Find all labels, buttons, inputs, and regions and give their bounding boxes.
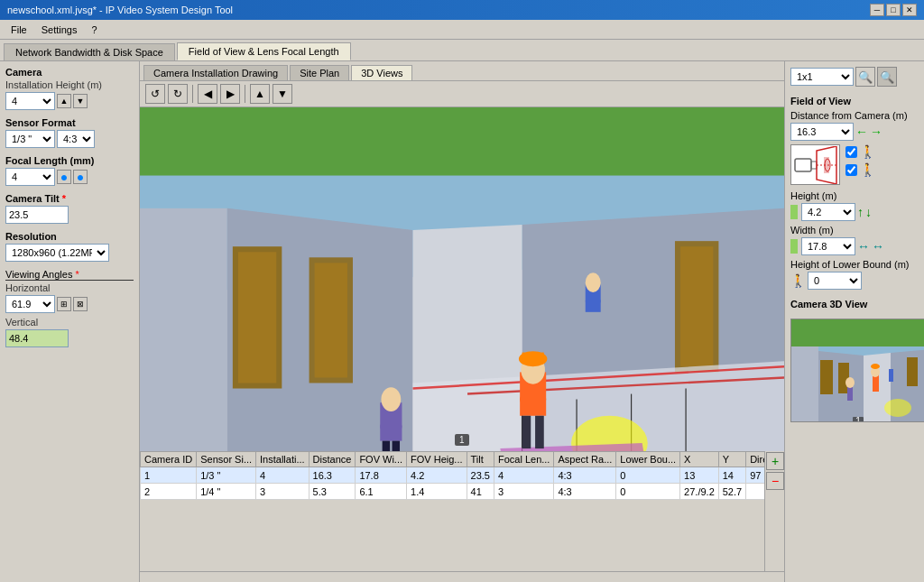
table-row[interactable]: 21/4 "35.36.11.44134:3027./9.252.71280x1… bbox=[141, 484, 785, 500]
refresh2-button[interactable]: ↻ bbox=[168, 84, 188, 104]
cell-r0-c1: 1/3 " bbox=[197, 467, 256, 484]
col-camera-id: Camera ID bbox=[141, 452, 197, 467]
col-lower: Lower Bou... bbox=[616, 452, 680, 467]
horizontal-label: Horizontal bbox=[5, 282, 134, 293]
col-distance: Distance bbox=[309, 452, 356, 467]
close-button[interactable]: ✕ bbox=[902, 4, 917, 16]
add-row-button[interactable]: + bbox=[766, 452, 784, 470]
title-bar-text: newschool.xml.jvsg* - IP Video System De… bbox=[7, 5, 233, 15]
sub-tab-3d-views[interactable]: 3D Views bbox=[351, 65, 412, 80]
zoom-in-button[interactable]: 🔍 bbox=[855, 67, 875, 87]
view-toolbar: ↺ ↻ ◀ ▶ ▲ ▼ bbox=[140, 81, 784, 107]
distance-combo[interactable]: 16.3 bbox=[790, 123, 854, 141]
sensor-format-section: Sensor Format 1/3 " 4:3 bbox=[5, 117, 134, 148]
title-bar: newschool.xml.jvsg* - IP Video System De… bbox=[0, 0, 924, 20]
col-focal: Focal Len... bbox=[494, 452, 553, 467]
svg-rect-48 bbox=[791, 346, 818, 422]
table-action-buttons: + − bbox=[764, 451, 784, 571]
svg-rect-33 bbox=[393, 441, 400, 451]
installation-height-input[interactable]: 4 bbox=[5, 92, 55, 110]
arrow-right-icon: → bbox=[870, 125, 882, 139]
zoom-out-button[interactable]: 🔍 bbox=[877, 67, 897, 87]
tab-field-of-view[interactable]: Field of View & Lens Focal Length bbox=[177, 42, 351, 60]
lower-bound-combo[interactable]: 0 bbox=[808, 272, 862, 290]
cell-r1-c2: 3 bbox=[256, 484, 310, 500]
menu-help[interactable]: ? bbox=[84, 23, 104, 37]
distance-label: Distance from Camera (m) bbox=[790, 110, 919, 121]
cell-r1-c1: 1/4 " bbox=[197, 484, 256, 500]
cell-r0-c6: 23.5 bbox=[467, 467, 494, 484]
menu-settings[interactable]: Settings bbox=[34, 23, 85, 37]
svg-rect-52 bbox=[820, 360, 833, 394]
minimize-button[interactable]: ─ bbox=[870, 4, 884, 16]
camera-tilt-input[interactable] bbox=[5, 206, 69, 224]
col-install: Installati... bbox=[256, 452, 310, 467]
width-row: 17.8 ↔ ↔ bbox=[790, 237, 919, 255]
menu-file[interactable]: File bbox=[4, 23, 34, 37]
horizontal-scrollbar[interactable] bbox=[140, 571, 784, 582]
height-up-button[interactable]: ▲ bbox=[57, 94, 71, 108]
top-tab-bar: Network Bandwidth & Disk Space Field of … bbox=[0, 40, 924, 61]
cell-r1-c3: 5.3 bbox=[309, 484, 356, 500]
arrow-left-icon: ← bbox=[855, 125, 868, 139]
remove-row-button[interactable]: − bbox=[766, 472, 784, 490]
resolution-row: 1280x960 (1.22MP) bbox=[5, 244, 134, 262]
horizontal-combo[interactable]: 61.9 bbox=[5, 295, 55, 313]
vertical-input[interactable] bbox=[5, 329, 69, 347]
tab-network-bandwidth[interactable]: Network Bandwidth & Disk Space bbox=[4, 43, 175, 60]
cell-r1-c4: 6.1 bbox=[356, 484, 407, 500]
aspect-ratio-combo[interactable]: 4:3 bbox=[57, 130, 95, 148]
camera-3d-thumbnail: 1 bbox=[790, 319, 924, 422]
focal-length-section: Focal Length (mm) 4 ● ● bbox=[5, 155, 134, 186]
person-checkbox-2[interactable] bbox=[845, 164, 857, 176]
resolution-section: Resolution 1280x960 (1.22MP) bbox=[5, 231, 134, 262]
zoom-combo[interactable]: 1x1 bbox=[790, 68, 854, 86]
up-button[interactable]: ▲ bbox=[250, 84, 270, 104]
prev-button[interactable]: ◀ bbox=[198, 84, 217, 104]
table-header: Camera ID Sensor Si... Installati... Dis… bbox=[141, 452, 785, 467]
svg-point-36 bbox=[586, 273, 601, 292]
3d-view[interactable]: 1 1 bbox=[140, 107, 784, 451]
camera-installation-section: Camera Installation Height (m) 4 ▲ ▼ bbox=[5, 67, 134, 110]
focal-length-combo[interactable]: 4 bbox=[5, 168, 55, 186]
cell-r0-c7: 4 bbox=[494, 467, 553, 484]
focal-decrease-button[interactable]: ● bbox=[57, 170, 71, 184]
height-down-button[interactable]: ▼ bbox=[73, 94, 88, 108]
height-up-icon: ↑ bbox=[857, 205, 864, 219]
cell-r1-c11: 52.7 bbox=[718, 484, 745, 500]
width-left-icon: ↔ bbox=[857, 239, 870, 254]
height-indicator bbox=[790, 205, 798, 219]
horiz-icon2[interactable]: ⊠ bbox=[73, 297, 88, 311]
height-combo[interactable]: 4.2 bbox=[801, 203, 855, 221]
cell-r1-c10: 27./9.2 bbox=[680, 484, 719, 500]
height-label: Height (m) bbox=[790, 190, 919, 201]
installation-height-row: 4 ▲ ▼ bbox=[5, 92, 134, 110]
person-checkbox-1[interactable] bbox=[845, 146, 857, 158]
col-fov-height: FOV Heig... bbox=[407, 452, 467, 467]
sub-tab-site-plan[interactable]: Site Plan bbox=[290, 65, 349, 80]
table-row[interactable]: 11/3 "416.317.84.223.544:301314971280x96… bbox=[141, 467, 785, 484]
svg-point-57 bbox=[871, 364, 880, 369]
focal-increase-button[interactable]: ● bbox=[73, 170, 88, 184]
sensor-format-combo[interactable]: 1/3 " bbox=[5, 130, 55, 148]
distance-row: 16.3 ← → bbox=[790, 123, 919, 141]
next-button[interactable]: ▶ bbox=[220, 84, 240, 104]
right-panel: 1x1 🔍 🔍 Field of View Distance from Came… bbox=[784, 61, 924, 582]
horiz-icon1[interactable]: ⊞ bbox=[57, 297, 71, 311]
horizontal-row: 61.9 ⊞ ⊠ bbox=[5, 295, 134, 313]
svg-rect-60 bbox=[889, 369, 893, 382]
refresh-button[interactable]: ↺ bbox=[145, 84, 165, 104]
tilt-asterisk: * bbox=[62, 193, 66, 204]
viewing-angles-section: Viewing Angles * Horizontal 61.9 ⊞ ⊠ Ver… bbox=[5, 269, 134, 347]
maximize-button[interactable]: □ bbox=[886, 4, 901, 16]
person-icon-lower: 🚶 bbox=[790, 273, 806, 288]
sub-tab-installation[interactable]: Camera Installation Drawing bbox=[143, 65, 288, 80]
down-button[interactable]: ▼ bbox=[273, 84, 292, 104]
width-combo[interactable]: 17.8 bbox=[801, 237, 855, 255]
col-fov-width: FOV Wi... bbox=[356, 452, 407, 467]
resolution-combo[interactable]: 1280x960 (1.22MP) bbox=[5, 244, 109, 262]
center-area: Camera Installation Drawing Site Plan 3D… bbox=[140, 61, 784, 582]
data-table-scroll[interactable]: Camera ID Sensor Si... Installati... Dis… bbox=[140, 451, 784, 571]
svg-rect-8 bbox=[238, 252, 276, 383]
view-number-badge: 1 bbox=[455, 434, 469, 446]
